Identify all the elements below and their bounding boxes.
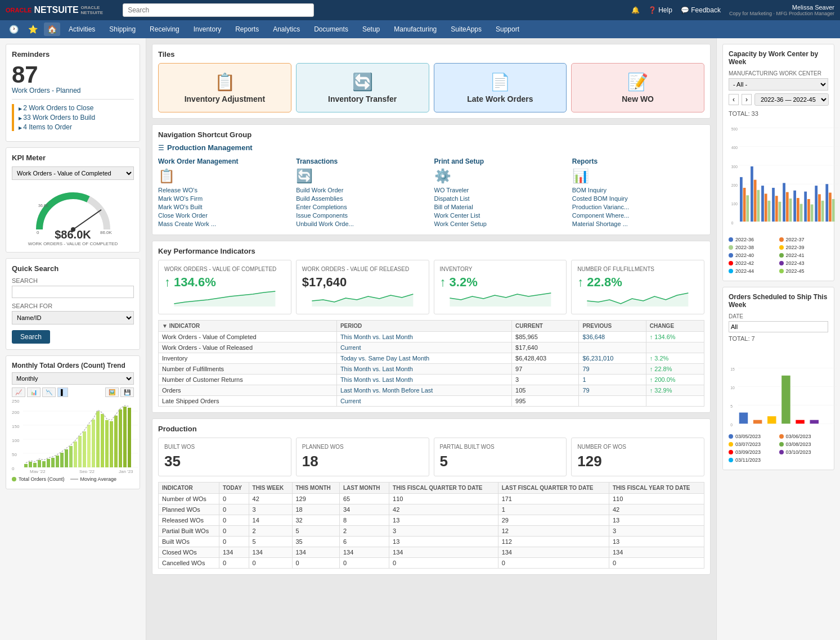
tile-late-work-orders[interactable]: 📄 Late Work Orders <box>434 63 567 112</box>
tile-inventory-transfer[interactable]: 🔄 Inventory Transfer <box>296 63 429 112</box>
kpi-td-period[interactable]: This Month vs. Last Month <box>336 364 511 375</box>
nsg-link-2-2[interactable]: Bill of Material <box>434 204 567 210</box>
kpi-meter-select[interactable]: Work Orders - Value of Completed <box>12 166 134 180</box>
tile-label-1: Inventory Transfer <box>328 94 397 103</box>
svg-text:150: 150 <box>12 424 20 429</box>
nsg-col-title-1[interactable]: Transactions <box>296 157 428 165</box>
nsg-link-3-2[interactable]: Production Varianc... <box>572 204 704 210</box>
reminder-item-0[interactable]: 2 Work Orders to Close <box>19 104 134 112</box>
nav-manufacturing[interactable]: Manufacturing <box>388 23 442 35</box>
nsg-link-2-1[interactable]: Dispatch List <box>434 195 567 202</box>
chart-area-icon[interactable]: 📊 <box>27 387 41 397</box>
capacity-next-btn[interactable]: › <box>742 94 752 105</box>
nsg-link-3-1[interactable]: Costed BOM Inquiry <box>572 195 704 202</box>
prod-card-value-3: 129 <box>577 453 698 470</box>
kpi-td-period[interactable]: Current <box>336 342 511 353</box>
orders-ship-svg: 0 5 10 15 <box>729 345 840 429</box>
kpi-td-period[interactable]: This Month vs. Last Month <box>336 375 511 385</box>
capacity-prev-btn[interactable]: ‹ <box>729 94 739 105</box>
prod-table-row: Partial Built WOs 0 2 5 2 3 12 3 <box>159 526 704 537</box>
nav-support[interactable]: Support <box>490 23 525 35</box>
nsg-link-2-0[interactable]: WO Traveler <box>434 187 567 193</box>
search-button[interactable]: Search <box>12 330 50 344</box>
kpi-td-period[interactable]: Current <box>336 396 511 407</box>
kpi-td-change <box>646 396 704 407</box>
nav-setup[interactable]: Setup <box>357 23 385 35</box>
nsg-link-1-0[interactable]: Build Work Order <box>296 187 428 193</box>
nav-suiteapps[interactable]: SuiteApps <box>445 23 487 35</box>
kpi-card-title-0: WORK ORDERS - VALUE OF COMPLETED <box>164 266 285 272</box>
nsg-link-3-4[interactable]: Material Shortage ... <box>572 220 704 227</box>
nav-shipping[interactable]: Shipping <box>104 23 141 35</box>
svg-rect-98 <box>796 420 804 424</box>
nsg-link-1-3[interactable]: Issue Components <box>296 212 428 219</box>
quick-search-input[interactable] <box>12 286 134 298</box>
prod-td-today: 0 <box>219 526 249 537</box>
favorites-icon[interactable]: ⭐ <box>25 22 41 36</box>
reminder-item-2[interactable]: 4 Items to Order <box>19 123 134 131</box>
history-icon[interactable]: 🕐 <box>6 22 22 36</box>
nsg-link-0-2[interactable]: Mark WO's Built <box>158 204 290 210</box>
nsg-link-3-0[interactable]: BOM Inquiry <box>572 187 704 193</box>
capacity-section: Capacity by Work Center by Week MANUFACT… <box>722 44 834 281</box>
nsg-link-1-4[interactable]: Unbuild Work Orde... <box>296 220 428 227</box>
nav-documents[interactable]: Documents <box>308 23 354 35</box>
prod-td-indicator: Closed WOs <box>159 547 219 558</box>
ord-legend-0: 03/05/2023 <box>729 434 778 439</box>
search-input[interactable] <box>123 3 314 17</box>
nsg-link-2-3[interactable]: Work Center List <box>434 212 567 219</box>
nsg-link-1-1[interactable]: Build Assemblies <box>296 195 428 202</box>
kpi-td-period[interactable]: This Month vs. Last Month <box>336 332 511 342</box>
kpi-td-period[interactable]: Last Month vs. Month Before Last <box>336 385 511 396</box>
kpi-meter-title: KPI Meter <box>12 154 134 162</box>
chart-option-icon[interactable]: 🖼️ <box>105 387 119 397</box>
chart-bar-icon[interactable]: 📉 <box>42 387 56 397</box>
nsg-link-0-3[interactable]: Close Work Order <box>158 212 290 219</box>
nsg-col-ps: Print and Setup ⚙️ WO Traveler Dispatch … <box>434 157 567 229</box>
nsg-link-0-1[interactable]: Mark WO's Firm <box>158 195 290 202</box>
reminder-item-1[interactable]: 33 Work Orders to Build <box>19 114 134 121</box>
nav-activities[interactable]: Activities <box>63 23 101 35</box>
global-search[interactable] <box>123 3 314 17</box>
feedback-link[interactable]: 💬 Feedback <box>681 6 721 14</box>
nsg-link-0-0[interactable]: Release WO's <box>158 187 290 193</box>
kpi-card-value-3: ↑ 22.8% <box>577 275 698 290</box>
ord-legend-2: 03/07/2023 <box>729 441 778 447</box>
nav-inventory[interactable]: Inventory <box>188 23 227 35</box>
user-info[interactable]: Melissa Seaver Copy for Marketing · MFG … <box>729 4 834 16</box>
tile-inventory-adjustment[interactable]: 📋 Inventory Adjustment <box>158 63 291 112</box>
home-icon[interactable]: 🏠 <box>44 22 60 36</box>
nsg-link-3-3[interactable]: Component Where... <box>572 212 704 219</box>
nsg-col-title-3[interactable]: Reports <box>572 157 704 165</box>
nav-reports[interactable]: Reports <box>230 23 264 35</box>
nsg-group-name[interactable]: Production Management <box>167 143 253 152</box>
nsg-link-2-4[interactable]: Work Center Setup <box>434 220 567 227</box>
tile-new-wo[interactable]: 📝 New WO <box>571 63 704 112</box>
svg-rect-70 <box>779 202 781 222</box>
chart-column-icon[interactable]: ▌ <box>57 387 68 397</box>
svg-marker-46 <box>587 293 689 307</box>
notifications-icon[interactable]: 🔔 <box>631 6 640 14</box>
help-link[interactable]: ❓ Help <box>648 6 672 14</box>
tiles-title: Tiles <box>158 50 704 58</box>
kpi-td-indicator: Work Orders - Value of Released <box>159 342 337 353</box>
svg-rect-59 <box>740 177 743 222</box>
prod-td-thisweek: 42 <box>249 494 292 504</box>
nsg-link-0-4[interactable]: Mass Create Work ... <box>158 220 290 227</box>
nsg-link-1-2[interactable]: Enter Completions <box>296 204 428 210</box>
svg-rect-37 <box>119 409 122 467</box>
chart-download-icon[interactable]: 💾 <box>120 387 134 397</box>
nsg-col-title-2[interactable]: Print and Setup <box>434 157 567 165</box>
nav-analytics[interactable]: Analytics <box>267 23 306 35</box>
capacity-wc-select[interactable]: - All - <box>729 78 828 91</box>
capacity-date-select[interactable]: 2022-36 — 2022-45 <box>754 93 829 106</box>
cap-legend-9: 2022-45 <box>779 268 829 274</box>
nsg-col-title-0[interactable]: Work Order Management <box>158 157 290 165</box>
trend-period-select[interactable]: Monthly <box>12 372 134 385</box>
nav-receiving[interactable]: Receiving <box>144 23 185 35</box>
kpi-td-period[interactable]: Today vs. Same Day Last Month <box>336 353 511 364</box>
orders-ship-date-input[interactable] <box>729 321 828 332</box>
prod-td-lastmonth: 34 <box>339 504 389 515</box>
chart-line-icon[interactable]: 📈 <box>12 387 25 397</box>
search-for-select[interactable]: Name/ID <box>12 311 134 324</box>
